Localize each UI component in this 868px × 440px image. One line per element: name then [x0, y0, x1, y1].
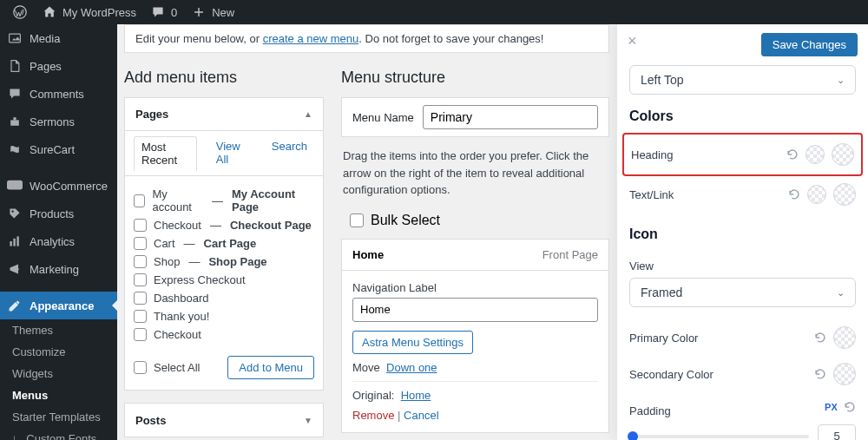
submenu-custom-fonts[interactable]: ∟ Custom Fonts [0, 428, 117, 440]
chevron-down-icon: ▼ [304, 416, 312, 425]
settings-panel: × Save Changes Left Top ⌄ Colors Heading [616, 24, 868, 440]
color-row-heading: Heading [622, 133, 863, 176]
new-content-link[interactable]: New [184, 0, 241, 24]
media-icon [7, 30, 23, 46]
svg-point-4 [11, 210, 13, 212]
reset-icon[interactable] [814, 368, 826, 380]
padding-value-input[interactable]: 5 [818, 424, 856, 440]
color-swatch-normal[interactable] [807, 185, 826, 204]
color-swatch[interactable] [833, 326, 856, 349]
sidebar-item-label: Comments [30, 88, 84, 101]
reset-icon[interactable] [786, 148, 799, 161]
appearance-icon [7, 298, 23, 313]
site-name-link[interactable]: My WordPress [35, 0, 143, 24]
cancel-item-link[interactable]: Cancel [404, 409, 438, 422]
products-icon [7, 206, 23, 221]
sidebar-item-label: Marketing [30, 263, 79, 276]
reset-icon[interactable] [814, 332, 826, 344]
colors-heading: Colors [629, 95, 856, 133]
comments-link[interactable]: 0 [143, 0, 184, 24]
sidebar-item-comments[interactable]: Comments [0, 80, 117, 108]
pages-postbox-toggle[interactable]: Pages ▲ [125, 98, 323, 131]
color-swatch-hover[interactable] [832, 143, 854, 166]
chevron-up-icon: ▲ [304, 109, 312, 119]
page-check-item[interactable]: Cart—Cart Page [134, 234, 314, 253]
sidebar-item-label: Pages [30, 60, 62, 73]
add-items-heading: Add menu items [124, 65, 324, 97]
pages-checklist: My account—My Account Page Checkout—Chec… [125, 176, 323, 347]
color-row-primary: Primary Color [629, 319, 856, 356]
tab-search[interactable]: Search [265, 136, 314, 170]
sidebar-item-products[interactable]: Products [0, 200, 117, 227]
page-check-item[interactable]: Shop—Shop Page [134, 253, 314, 271]
astra-menu-settings-button[interactable]: Astra Menu Settings [352, 331, 473, 354]
sidebar-item-label: Products [30, 207, 74, 220]
submenu-menus[interactable]: Menus [0, 384, 117, 406]
save-changes-button[interactable]: Save Changes [761, 33, 858, 56]
create-menu-link[interactable]: create a new menu [263, 32, 359, 45]
select-all-checkbox[interactable]: Select All [134, 358, 200, 377]
page-check-item[interactable]: My account—My Account Page [134, 185, 314, 216]
wordpress-icon [12, 4, 28, 20]
comments-count: 0 [171, 6, 177, 19]
sidebar-item-label: SureCart [30, 143, 75, 156]
color-swatch[interactable] [833, 363, 856, 385]
sidebar-item-label: WooCommerce [30, 180, 108, 193]
sidebar-item-surecart[interactable]: SureCart [0, 135, 117, 163]
site-name: My WordPress [62, 6, 136, 19]
reset-icon[interactable] [844, 401, 856, 413]
page-check-item[interactable]: Checkout—Checkout Page [134, 216, 314, 234]
tab-view-all[interactable]: View All [209, 136, 253, 170]
submenu-themes[interactable]: Themes [0, 319, 117, 341]
color-swatch-normal[interactable] [806, 145, 825, 164]
tab-most-recent[interactable]: Most Recent [134, 136, 197, 171]
sidebar-item-analytics[interactable]: Analytics [0, 227, 117, 255]
sidebar-item-pages[interactable]: Pages [0, 52, 117, 80]
sidebar-item-marketing[interactable]: Marketing [0, 255, 117, 283]
page-check-item[interactable]: Thank you! [134, 307, 314, 325]
sidebar-item-sermons[interactable]: Sermons [0, 108, 117, 135]
reset-icon[interactable] [788, 188, 800, 200]
pages-icon [7, 58, 23, 74]
sidebar-item-appearance[interactable]: Appearance [0, 292, 117, 319]
plus-icon [191, 4, 207, 20]
drag-hint: Drag the items into the order you prefer… [341, 137, 609, 209]
menu-name-input[interactable] [423, 105, 598, 129]
position-select[interactable]: Left Top ⌄ [629, 65, 856, 95]
view-select[interactable]: Framed ⌄ [629, 278, 856, 307]
wp-logo[interactable] [5, 0, 35, 24]
nav-label-input[interactable] [352, 298, 598, 322]
bulk-select-checkbox[interactable] [350, 213, 364, 227]
remove-item-link[interactable]: Remove [352, 409, 394, 422]
submenu-customize[interactable]: Customize [0, 341, 117, 363]
sidebar-item-media[interactable]: Media [0, 24, 117, 52]
pages-postbox: Pages ▲ Most Recent View All Search My a… [124, 97, 324, 391]
svg-rect-2 [10, 120, 19, 125]
new-label: New [212, 6, 234, 19]
color-swatch-hover[interactable] [833, 183, 856, 206]
chevron-down-icon: ⌄ [837, 75, 845, 86]
original-link[interactable]: Home [401, 389, 431, 402]
woo-icon [7, 178, 23, 194]
sidebar-item-woocommerce[interactable]: WooCommerce [0, 172, 117, 200]
bulk-select-label: Bulk Select [371, 213, 440, 228]
view-label: View [629, 251, 856, 273]
svg-rect-6 [13, 239, 15, 246]
home-icon [42, 4, 57, 20]
main-content: Edit your menu below, or create a new me… [117, 24, 868, 440]
unit-toggle[interactable]: PX [825, 402, 838, 412]
sermons-icon [7, 114, 23, 129]
submenu-widgets[interactable]: Widgets [0, 363, 117, 384]
move-down-link[interactable]: Down one [386, 361, 437, 374]
add-to-menu-button[interactable]: Add to Menu [227, 356, 314, 379]
submenu-starter-templates[interactable]: Starter Templates [0, 406, 117, 428]
padding-slider[interactable] [629, 435, 809, 438]
posts-postbox-toggle[interactable]: Posts▼ [125, 404, 323, 437]
comment-icon [150, 4, 166, 20]
page-check-item[interactable]: Checkout [134, 325, 314, 344]
close-panel-button[interactable]: × [628, 33, 637, 49]
menu-item-toggle[interactable]: Home Front Page [342, 240, 608, 271]
page-check-item[interactable]: Dashboard [134, 289, 314, 307]
icon-heading: Icon [629, 213, 856, 251]
page-check-item[interactable]: Express Checkout [134, 271, 314, 289]
